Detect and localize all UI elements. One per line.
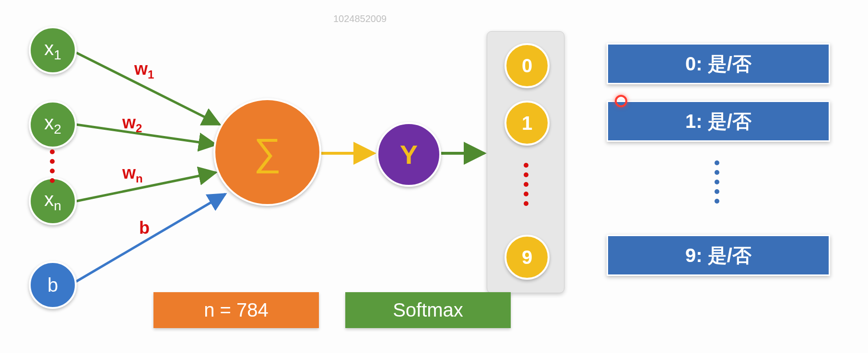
output-bar-1: 1: 是/否 bbox=[607, 101, 830, 142]
output-node-9: 9 bbox=[504, 235, 550, 280]
weight-label-w2: w2 bbox=[122, 113, 142, 135]
svg-line-1 bbox=[76, 125, 216, 145]
output-node-0: 0 bbox=[504, 43, 550, 88]
y-node: Y bbox=[376, 122, 441, 187]
bias-node: b bbox=[29, 261, 77, 309]
sum-symbol: ∑ bbox=[254, 133, 281, 171]
svg-line-3 bbox=[74, 194, 225, 283]
caption-n: n = 784 bbox=[153, 292, 319, 328]
sum-node: ∑ bbox=[213, 98, 321, 206]
y-symbol: Y bbox=[400, 141, 418, 168]
watermark-text: 1024852009 bbox=[333, 13, 387, 24]
input-node-x1: x1 bbox=[29, 26, 77, 74]
output-bar-ellipsis bbox=[715, 160, 719, 204]
weight-label-wn: wn bbox=[122, 163, 143, 185]
input-label-x1: x1 bbox=[44, 39, 61, 62]
output-bar-9: 9: 是/否 bbox=[607, 235, 830, 276]
input-node-xn: xn bbox=[29, 177, 77, 225]
caption-softmax: Softmax bbox=[345, 292, 511, 328]
input-label-x2: x2 bbox=[44, 113, 61, 136]
bias-label: b bbox=[47, 275, 58, 295]
output-node-1: 1 bbox=[504, 101, 550, 146]
output-ellipsis bbox=[524, 163, 528, 206]
weight-label-w1: w1 bbox=[134, 59, 154, 81]
input-ellipsis bbox=[50, 149, 55, 183]
weight-label-b: b bbox=[139, 218, 150, 238]
output-bar-0: 0: 是/否 bbox=[607, 43, 830, 84]
cursor-indicator-icon bbox=[615, 95, 627, 107]
input-label-xn: xn bbox=[44, 190, 61, 213]
input-node-x2: x2 bbox=[29, 101, 77, 148]
svg-line-2 bbox=[76, 172, 216, 201]
